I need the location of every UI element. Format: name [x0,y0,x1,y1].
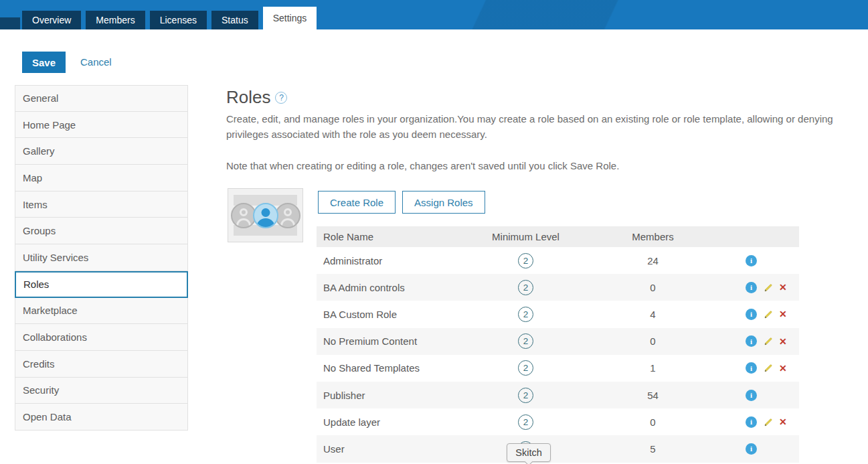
map-background-fragment [0,17,20,29]
sidebar-item-collaborations[interactable]: Collaborations [15,324,188,351]
sidebar-item-marketplace[interactable]: Marketplace [15,298,188,325]
delete-x-icon[interactable]: ✕ [779,309,787,319]
sidebar-item-roles[interactable]: Roles [15,271,188,298]
delete-x-icon[interactable]: ✕ [779,282,787,293]
role-name: Update layer [317,416,460,428]
minimum-level-cell: 2 [460,414,591,430]
info-icon[interactable]: i [746,362,757,374]
minimum-level-cell: 2 [460,280,591,295]
table-body: Administrator 2 24 i ✕ BA Admin controls… [317,247,799,463]
avatar-highlighted [253,203,278,228]
minimum-level-badge: 2 [518,333,533,349]
edit-pencil-icon[interactable] [763,417,773,427]
create-role-button[interactable]: Create Role [318,191,396,214]
members-count: 4 [591,309,715,320]
info-icon[interactable]: i [746,282,757,293]
page-title-text: Roles [226,87,270,107]
table-row: No Premium Content 2 0 i ✕ [317,328,799,355]
minimum-level-cell: 2 [460,388,591,403]
info-icon[interactable]: i [746,309,757,320]
tab-settings[interactable]: Settings [263,7,317,29]
minimum-level-badge: 2 [518,253,533,268]
edit-pencil-icon[interactable] [763,309,773,319]
role-name: Administrator [317,255,460,266]
table-row: Update layer 2 0 i ✕ [317,408,799,435]
save-button[interactable]: Save [22,52,66,73]
table-row: BA Admin controls 2 0 i ✕ [317,274,799,301]
row-actions: i ✕ [715,390,799,401]
table-row: Administrator 2 24 i ✕ [317,247,799,274]
table-row: Publisher 2 54 i ✕ [317,382,799,408]
description-text: Create, edit, and manage roles in your o… [226,111,855,142]
minimum-level-cell: 2 [460,360,591,376]
role-name: No Shared Templates [317,362,460,374]
members-count: 24 [591,255,715,266]
sidebar-item-map[interactable]: Map [15,165,188,191]
minimum-level-cell: 2 [460,333,591,349]
row-actions: i ✕ [715,335,799,347]
minimum-level-badge: 2 [518,388,533,403]
members-count: 0 [591,416,715,428]
tab-licenses[interactable]: Licenses [150,11,207,29]
minimum-level-badge: 2 [518,414,533,430]
table-row: No Shared Templates 2 1 i ✕ [317,355,799,382]
col-members: Members [591,231,715,242]
sidebar-item-gallery[interactable]: Gallery [15,138,188,165]
members-count: 0 [591,282,715,293]
info-icon[interactable]: i [746,390,757,401]
delete-x-icon[interactable]: ✕ [779,416,787,427]
members-count: 1 [591,362,715,374]
row-actions: i ✕ [715,309,799,320]
delete-x-icon[interactable]: ✕ [779,336,787,347]
roles-illustration [228,188,303,242]
cancel-link[interactable]: Cancel [80,56,112,68]
minimum-level-cell: 2 [460,253,591,268]
note-text: Note that when creating or editing a rol… [226,158,855,173]
edit-pencil-icon[interactable] [763,283,773,293]
row-actions: i ✕ [715,443,799,455]
edit-pencil-icon[interactable] [763,336,773,346]
table-row: User 2 5 i ✕ [317,435,799,462]
sidebar-item-groups[interactable]: Groups [15,218,188,244]
sidebar-item-home-page[interactable]: Home Page [15,112,188,139]
sidebar-item-items[interactable]: Items [15,191,188,218]
row-actions: i ✕ [715,282,799,293]
assign-roles-button[interactable]: Assign Roles [402,191,485,214]
row-actions: i ✕ [715,416,799,428]
tooltip-tail [525,457,533,464]
tab-members[interactable]: Members [86,11,145,29]
sidebar-item-general[interactable]: General [15,85,188,112]
sidebar-item-security[interactable]: Security [15,378,188,404]
sidebar-item-credits[interactable]: Credits [15,351,188,378]
roles-table: Role Name Minimum Level Members Administ… [317,226,799,463]
role-actions: Create Role Assign Roles [318,191,492,214]
role-name: BA Custom Role [317,309,460,320]
col-role-name: Role Name [317,231,460,242]
sidebar-item-utility-services[interactable]: Utility Services [15,244,188,271]
table-header-row: Role Name Minimum Level Members [317,226,799,247]
members-count: 54 [591,390,715,401]
info-icon[interactable]: i [746,335,757,347]
skitch-tooltip: Skitch [507,443,551,462]
col-minimum-level: Minimum Level [460,231,591,242]
avatar [231,203,256,228]
role-name: User [317,443,460,455]
tab-overview[interactable]: Overview [22,11,81,29]
minimum-level-badge: 2 [518,280,533,295]
edit-pencil-icon[interactable] [763,363,773,373]
tab-status[interactable]: Status [211,11,258,29]
minimum-level-badge: 2 [518,307,533,322]
delete-x-icon[interactable]: ✕ [779,363,787,374]
avatar [275,203,300,228]
info-icon[interactable]: i [746,255,757,266]
sidebar-item-open-data[interactable]: Open Data [15,404,188,431]
row-actions: i ✕ [715,362,799,374]
org-settings-page: OverviewMembersLicensesStatusSettings Sa… [0,0,868,464]
role-name: BA Admin controls [317,282,460,293]
help-icon[interactable]: ? [275,92,287,104]
info-icon[interactable]: i [746,443,757,455]
role-name: Publisher [317,390,460,401]
skitch-tooltip-label: Skitch [515,447,542,458]
info-icon[interactable]: i [746,416,757,428]
page-title: Roles? [226,87,287,108]
